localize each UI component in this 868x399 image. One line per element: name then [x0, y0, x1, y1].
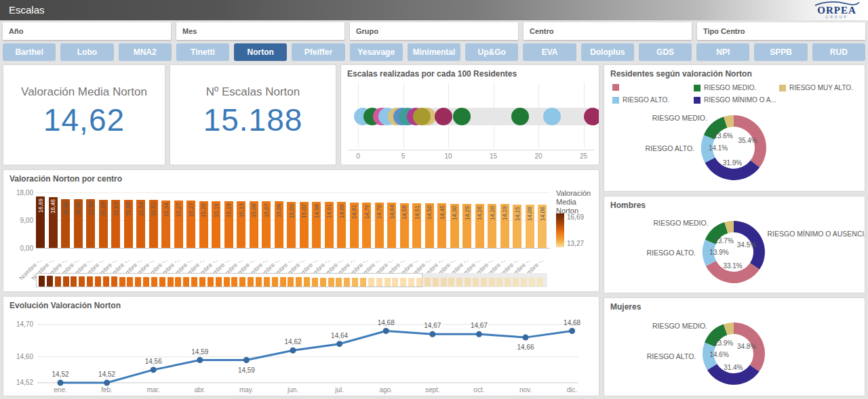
line-point[interactable]	[476, 331, 482, 337]
filter-tipo-centro[interactable]: Tipo Centro	[697, 22, 865, 40]
donut-chart-mujeres[interactable]: 34.8%31.4%14.6%RIESGO ALTO.13.9%RIESGO M…	[604, 298, 865, 396]
bar[interactable]: 15,20	[199, 201, 208, 248]
bar[interactable]: 14,45	[437, 203, 446, 248]
pie-label: 31.4%	[724, 364, 743, 371]
bar[interactable]: 14,64	[387, 203, 396, 248]
pie-label: 31.9%	[723, 159, 742, 167]
bar[interactable]: 14,19	[500, 204, 509, 248]
tab-tinetti[interactable]: Tinetti	[176, 43, 229, 61]
bar[interactable]: 14,26	[475, 204, 484, 248]
bar[interactable]: 14,81	[350, 203, 359, 248]
bar[interactable]: 14,76	[362, 203, 371, 248]
filter-centro[interactable]: Centro	[524, 22, 692, 40]
tab-yesavage[interactable]: Yesavage	[350, 43, 403, 61]
bar[interactable]: 14,70	[375, 203, 384, 248]
bar[interactable]: 14,06	[538, 205, 547, 248]
minimap-bar	[425, 278, 431, 287]
bar[interactable]: 14,98	[312, 202, 321, 248]
tab-pfeiffer[interactable]: Pfeiffer	[292, 43, 344, 61]
bar[interactable]: 15,08	[250, 201, 258, 248]
legend-item[interactable]: RIESGO MÍNIMO O A...	[694, 96, 776, 104]
bar[interactable]: 14,29	[462, 204, 471, 248]
bar-chart-plot[interactable]: 18,009,000,0016,69Nombre -..16,46Nombre …	[3, 170, 599, 291]
bar-value-label: 14,19	[501, 206, 508, 220]
line-point[interactable]	[58, 380, 64, 386]
filter-año[interactable]: Año	[3, 22, 171, 40]
tab-eva[interactable]: EVA	[523, 43, 576, 61]
bar[interactable]: 15,54	[136, 200, 145, 248]
line-point[interactable]	[197, 357, 203, 363]
filter-mes[interactable]: Mes	[176, 22, 344, 40]
minimap-bar	[103, 276, 109, 287]
bar[interactable]: 14,50	[425, 203, 434, 248]
kpi-title: Nº Escalas Norton	[170, 85, 336, 99]
scatter-point[interactable]	[543, 108, 561, 125]
bar-value-label: 14,50	[426, 205, 433, 219]
tab-doloplus[interactable]: Doloplus	[581, 43, 634, 61]
tab-sppb[interactable]: SPPB	[754, 43, 807, 61]
line-point[interactable]	[336, 341, 342, 347]
bar[interactable]: 14,30	[450, 204, 459, 248]
bar[interactable]: 15,27	[186, 201, 195, 248]
bar-value-label: 15,06	[275, 203, 282, 217]
line-point[interactable]	[383, 328, 389, 334]
tab-minimental[interactable]: Minimental	[408, 43, 460, 61]
minimap-bar	[224, 277, 230, 287]
filter-grupo[interactable]: Grupo	[350, 22, 518, 40]
bar[interactable]: 14,20	[488, 204, 496, 248]
scatter-point[interactable]	[584, 108, 599, 125]
line-point[interactable]	[151, 366, 157, 373]
bar[interactable]: 15,06	[275, 201, 283, 248]
line-point[interactable]	[243, 357, 250, 363]
bar[interactable]: 15,68	[99, 200, 108, 248]
bar[interactable]: 15,19	[224, 201, 233, 248]
bar[interactable]: 14,15	[513, 205, 521, 248]
line-point[interactable]	[104, 380, 110, 386]
minimap-bar	[408, 278, 414, 287]
tab-upgo[interactable]: Up&Go	[465, 43, 518, 61]
scatter-plot[interactable]: 0510152025	[341, 80, 599, 165]
legend-item[interactable]: RIESGO MEDIO.	[694, 84, 756, 91]
bar[interactable]: 14,88	[337, 202, 346, 248]
bar[interactable]: 15,85	[74, 199, 83, 248]
bar[interactable]: 16,46	[49, 197, 58, 248]
bar[interactable]: 14,58	[400, 203, 409, 248]
minimap-bar	[448, 278, 454, 287]
legend-item[interactable]: RIESGO MUY ALTO.	[779, 84, 853, 91]
bar-value-label: 14,30	[451, 206, 458, 220]
line-point[interactable]	[429, 331, 435, 337]
line-chart-plot[interactable]: 14,5214,6014,7014,52ene.14,52feb.14,56ma…	[3, 297, 599, 396]
bar[interactable]: 15,13	[237, 201, 245, 248]
bar[interactable]: 15,07	[262, 201, 271, 248]
tab-rud[interactable]: RUD	[812, 43, 865, 61]
line-point[interactable]	[290, 348, 296, 354]
bar[interactable]: 15,03	[287, 202, 296, 248]
line-point[interactable]	[523, 335, 529, 341]
bar[interactable]: 15,80	[86, 199, 95, 248]
scatter-point[interactable]	[453, 108, 471, 125]
bar[interactable]: 15,02	[300, 202, 309, 248]
tab-gds[interactable]: GDS	[639, 43, 692, 61]
minimap-bar	[416, 278, 422, 287]
tab-barthel[interactable]: Barthel	[3, 43, 56, 61]
bar[interactable]: 14,91	[325, 202, 334, 248]
bar[interactable]: 15,27	[174, 201, 183, 248]
legend-item[interactable]: RIESGO ALTO.	[612, 96, 669, 104]
bar[interactable]: 15,52	[149, 200, 158, 248]
bar[interactable]: 14,51	[412, 203, 421, 248]
tab-norton[interactable]: Norton	[234, 43, 287, 61]
bar[interactable]: 15,63	[111, 200, 120, 248]
legend-item[interactable]	[612, 84, 623, 91]
bar[interactable]: 16,69	[36, 196, 45, 248]
tab-lobo[interactable]: Lobo	[60, 43, 113, 61]
donut-chart-hombres[interactable]: 34.5%RIESGO MÍNIMO O AUSENCIA.33.1%13.9%…	[604, 196, 865, 293]
bar[interactable]: 15,19	[212, 201, 220, 248]
bar[interactable]: 15,89	[61, 199, 70, 248]
line-point[interactable]	[569, 328, 575, 334]
bar[interactable]: 14,08	[526, 205, 534, 248]
bar[interactable]: 15,34	[161, 201, 170, 248]
svg-text:14,70: 14,70	[16, 320, 33, 328]
tab-mna2[interactable]: MNA2	[119, 43, 172, 61]
bar[interactable]: 15,58	[124, 200, 133, 248]
tab-npi[interactable]: NPI	[696, 43, 749, 61]
